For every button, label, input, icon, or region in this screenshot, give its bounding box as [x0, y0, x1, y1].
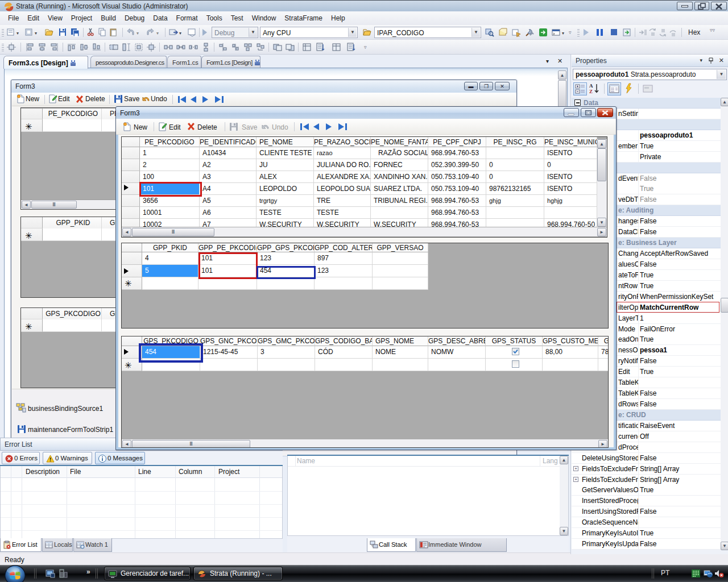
svg-text:Z: Z — [589, 89, 593, 94]
svg-text:A: A — [589, 83, 593, 89]
